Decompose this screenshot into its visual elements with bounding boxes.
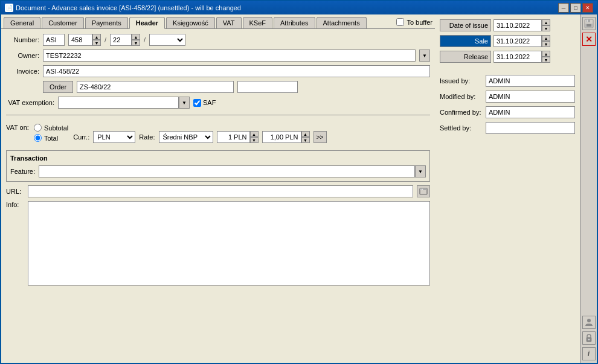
number-value2-input[interactable] xyxy=(110,34,132,46)
number-value1-up[interactable]: ▲ xyxy=(92,34,101,40)
tab-general[interactable]: General xyxy=(4,17,40,28)
user-button[interactable] xyxy=(582,316,596,329)
info-textarea[interactable] xyxy=(28,201,430,286)
rate-select[interactable]: Średni NBP xyxy=(159,131,213,143)
order-value2-input[interactable] xyxy=(237,81,298,93)
feature-label: Feature: xyxy=(10,168,35,175)
modified-by-label: Modified by: xyxy=(440,93,483,100)
sale-date-input[interactable] xyxy=(494,35,542,47)
info-button[interactable]: i xyxy=(582,347,596,360)
vat-exemption-dropdown[interactable]: ▼ xyxy=(179,97,190,109)
sale-date-up[interactable]: ▲ xyxy=(542,35,550,41)
svg-rect-8 xyxy=(587,24,591,27)
close-button[interactable]: ✕ xyxy=(582,3,593,13)
sale-date-down[interactable]: ▼ xyxy=(542,41,550,47)
tab-payments[interactable]: Payments xyxy=(85,17,128,28)
vat-total-radio[interactable] xyxy=(34,134,42,142)
currency-select[interactable]: PLN xyxy=(93,131,135,143)
tab-attributes[interactable]: Attributes xyxy=(274,17,315,28)
pln-rate-up[interactable]: ▲ xyxy=(301,131,310,137)
slash2: / xyxy=(144,36,146,43)
svg-point-9 xyxy=(587,319,591,322)
feature-dropdown[interactable]: ▼ xyxy=(415,165,426,177)
issued-by-label: Issued by: xyxy=(440,77,483,85)
tab-attachments[interactable]: Attachments xyxy=(317,17,367,28)
svg-point-2 xyxy=(420,189,422,190)
maximize-button[interactable]: □ xyxy=(570,3,581,13)
number-value2-down[interactable]: ▼ xyxy=(132,40,140,46)
order-value1-input[interactable] xyxy=(77,81,234,93)
pln-down[interactable]: ▼ xyxy=(250,137,259,143)
issued-by-input[interactable] xyxy=(486,75,575,87)
number-value2-up[interactable]: ▲ xyxy=(132,34,140,40)
url-input[interactable] xyxy=(28,185,413,197)
release-date-input[interactable] xyxy=(494,51,542,63)
owner-dropdown-btn[interactable]: ▼ xyxy=(419,49,430,62)
double-arrow-button[interactable]: >> xyxy=(313,131,327,143)
to-buffer-label: To buffer xyxy=(407,19,432,26)
curr-label: Curr.: xyxy=(73,133,89,141)
main-window: 📄 Document - Advance sales invoice [ASI-… xyxy=(0,0,598,364)
settled-by-input[interactable] xyxy=(486,122,575,134)
browse-icon xyxy=(419,187,428,196)
saf-checkbox[interactable] xyxy=(193,99,201,107)
invoice-input[interactable] xyxy=(43,65,430,77)
owner-label: Owner: xyxy=(6,52,39,59)
number-value3-select[interactable] xyxy=(149,34,185,46)
tab-ksef[interactable]: KSeF xyxy=(243,17,273,28)
pln-rate-down[interactable]: ▼ xyxy=(301,137,310,143)
tab-header[interactable]: Header xyxy=(129,17,165,29)
vat-exemption-input[interactable] xyxy=(58,97,179,109)
date-of-issue-label: Date of issue xyxy=(440,19,491,31)
saf-label: SAF xyxy=(203,99,216,106)
delete-button[interactable]: ✕ xyxy=(582,33,596,46)
confirmed-by-label: Confirmed by: xyxy=(440,109,483,116)
vat-subtotal-option: Subtotal xyxy=(34,124,68,132)
owner-input[interactable] xyxy=(43,49,416,62)
feature-input[interactable] xyxy=(39,165,415,177)
pln-rate-input[interactable] xyxy=(262,131,301,143)
confirmed-by-input[interactable] xyxy=(486,106,575,118)
saf-section: SAF xyxy=(193,99,216,107)
confirmed-by-row: Confirmed by: xyxy=(440,106,575,118)
right-panel: Date of issue ▲ ▼ Sale ▲ ▼ xyxy=(435,14,580,363)
vat-subtotal-radio[interactable] xyxy=(34,124,42,132)
url-browse-button[interactable] xyxy=(417,185,430,197)
transaction-box: Transaction Feature: ▼ xyxy=(6,150,430,182)
tab-ksiegowosc[interactable]: Księgowość xyxy=(166,17,215,28)
pln-up[interactable]: ▲ xyxy=(250,131,259,137)
number-prefix-input[interactable] xyxy=(43,34,65,46)
date-of-issue-up[interactable]: ▲ xyxy=(542,19,550,25)
number-value1-input[interactable] xyxy=(68,34,92,46)
order-row: Order xyxy=(6,81,430,93)
issued-by-row: Issued by: xyxy=(440,75,575,87)
modified-by-input[interactable] xyxy=(486,91,575,103)
number-label: Number: xyxy=(6,36,39,43)
number-value1-down[interactable]: ▼ xyxy=(92,40,101,46)
release-date-up[interactable]: ▲ xyxy=(542,51,550,57)
date-of-issue-down[interactable]: ▼ xyxy=(542,25,550,31)
save-button[interactable] xyxy=(582,17,596,30)
date-of-issue-input[interactable] xyxy=(494,19,542,31)
left-panel: General Customer Payments Header Księgow… xyxy=(1,14,435,363)
release-date-down[interactable]: ▼ xyxy=(542,57,550,63)
settled-by-label: Settled by: xyxy=(440,124,483,132)
right-sidebar: ✕ i xyxy=(580,14,597,363)
info-label: Info: xyxy=(6,201,24,208)
to-buffer-checkbox[interactable] xyxy=(396,18,404,26)
svg-rect-6 xyxy=(587,20,588,22)
window-title: Document - Advance sales invoice [ASI-45… xyxy=(16,4,241,11)
invoice-label: Invoice: xyxy=(6,68,39,75)
pln-input[interactable] xyxy=(217,131,250,143)
vat-exemption-row: VAT exemption: ▼ SAF xyxy=(6,97,430,109)
main-content: General Customer Payments Header Księgow… xyxy=(1,14,597,363)
owner-row: Owner: ▼ xyxy=(6,49,430,62)
sale-label[interactable]: Sale xyxy=(440,35,491,47)
window-icon: 📄 xyxy=(5,4,13,12)
tab-customer[interactable]: Customer xyxy=(42,17,84,28)
order-button[interactable]: Order xyxy=(43,81,73,93)
minimize-button[interactable]: ─ xyxy=(558,3,569,13)
tab-vat[interactable]: VAT xyxy=(216,17,242,28)
vat-total-label: Total xyxy=(44,135,58,142)
lock-button[interactable] xyxy=(582,331,596,345)
